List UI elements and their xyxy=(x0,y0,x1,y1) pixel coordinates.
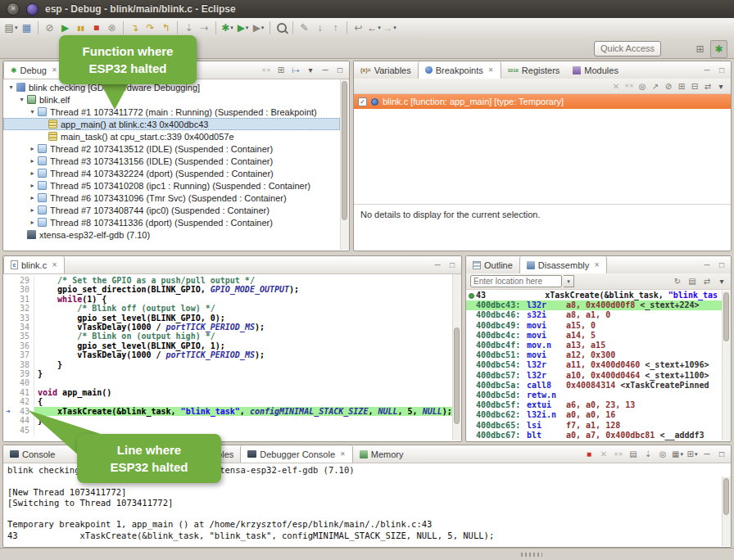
code-line[interactable]: ➔43 xTaskCreate(&blink_task, "blink_task… xyxy=(3,407,453,416)
debug-tree-item[interactable]: ▸Thread #4 1073432224 (dport) (Suspended… xyxy=(3,167,340,179)
maximize-icon[interactable]: □ xyxy=(715,64,728,76)
code-line[interactable]: 34 vTaskDelay(1000 / portTICK_PERIOD_MS)… xyxy=(3,323,453,332)
disasm-instruction-row[interactable]: 400dbc5a:call80x40084314 <xTaskCreatePin… xyxy=(466,381,723,391)
quick-access-button[interactable]: Quick Access xyxy=(594,41,661,56)
tab-blink-c[interactable]: c blink.c ✕ xyxy=(3,256,65,273)
link-with-debug-view-icon[interactable]: ⇄ xyxy=(701,80,714,93)
debug-tree-item[interactable]: ▸Thread #8 1073411336 (dport) (Suspended… xyxy=(3,216,340,228)
open-perspective-icon[interactable]: ⊞ xyxy=(692,41,708,57)
expander-icon[interactable]: ▾ xyxy=(17,96,26,103)
view-menu-icon[interactable]: ▾ xyxy=(304,64,317,76)
code-line[interactable]: 33 gpio_set_level(BLINK_GPIO, 0); xyxy=(3,314,453,323)
remove-breakpoint-icon[interactable]: ✕ xyxy=(609,80,623,93)
tab-debugger-console[interactable]: Debugger Console ✕ xyxy=(240,445,352,463)
tab-console[interactable]: Console xyxy=(3,445,61,463)
disasm-instruction-row[interactable]: 400dbc57:l32ra10, 0x400d0464 <_stext+110… xyxy=(466,371,723,381)
debug-tree-item[interactable]: ▾blink.elf xyxy=(3,93,340,106)
connect-process-icon[interactable]: ⊞ xyxy=(274,64,288,76)
code-line[interactable]: 45 xyxy=(3,426,453,435)
disasm-instruction-row[interactable]: 400dbc49:movia15, 0 xyxy=(466,321,723,331)
disasm-instruction-row[interactable]: 400dbc65:lsif7, a1, 128 xyxy=(466,421,723,431)
disasm-instruction-row[interactable]: 400dbc43:l32ra8, 0x400d00f8 <_stext+224> xyxy=(466,300,723,310)
disasm-instruction-row[interactable]: 400dbc62:l32i.na0, a0, 16 xyxy=(466,410,723,420)
close-icon[interactable]: ✕ xyxy=(488,66,494,74)
disasm-instruction-row[interactable]: 400dbc54:l32ra11, 0x400d0460 <_stext+109… xyxy=(466,360,723,370)
code-line[interactable]: 29 /* Set the GPIO as a push/pull output… xyxy=(3,276,453,285)
debug-tree-item[interactable]: main_task() at cpu_start.c:339 0x400d057… xyxy=(3,130,340,142)
new-wizard-icon[interactable]: ▤▾ xyxy=(3,20,19,36)
disasm-instruction-row[interactable]: 400dbc4f:mov.na13, a15 xyxy=(466,341,723,350)
debug-perspective-icon[interactable]: ✱ xyxy=(710,40,727,58)
code-line[interactable]: 38 } xyxy=(3,360,453,369)
disasm-source-row[interactable]: 43 xTaskCreate(&blink_task, "blink_tas xyxy=(466,291,723,300)
previous-annotation-icon[interactable]: ↑ xyxy=(328,20,343,36)
search-icon[interactable] xyxy=(274,20,289,36)
skip-all-breakpoints-icon[interactable]: ⊘ xyxy=(662,80,675,93)
terminate-icon[interactable]: ■ xyxy=(582,448,596,460)
debug-tree-item[interactable]: ▸Thread #7 1073408744 (ipc0) (Suspended … xyxy=(3,204,340,216)
remove-launch-icon[interactable]: ✕ xyxy=(597,448,610,460)
suspend-icon[interactable]: ▮▮ xyxy=(73,20,88,36)
run-icon[interactable]: ▶▾ xyxy=(235,20,251,36)
show-breakpoints-for-icon[interactable]: ◎ xyxy=(636,80,649,93)
close-icon[interactable]: ✕ xyxy=(52,66,57,74)
next-annotation-icon[interactable]: ↓ xyxy=(312,20,328,36)
code-line[interactable]: 42{ xyxy=(3,397,453,406)
debug-tree-item[interactable]: app_main() at blink.c:43 0x400dbc43 xyxy=(3,118,340,130)
maximize-icon[interactable]: □ xyxy=(715,448,728,460)
window-close-button[interactable]: ✕ xyxy=(7,2,20,16)
location-input[interactable] xyxy=(470,275,562,287)
minimize-icon[interactable]: ─ xyxy=(431,259,444,271)
code-line[interactable]: 31 while(1) { xyxy=(3,295,453,304)
external-tools-icon[interactable]: ▶▾ xyxy=(251,20,266,36)
expander-icon[interactable]: ▾ xyxy=(7,84,16,91)
tab-modules[interactable]: Modules xyxy=(566,61,625,79)
expander-icon[interactable]: ▸ xyxy=(28,145,37,152)
debug-tree-item[interactable]: ▸Thread #6 1073431096 (Tmr Svc) (Suspend… xyxy=(3,192,340,204)
expander-icon[interactable]: ▾ xyxy=(28,108,37,115)
code-line[interactable]: 30 gpio_set_direction(BLINK_GPIO, GPIO_M… xyxy=(3,285,453,294)
close-icon[interactable]: ✕ xyxy=(340,450,346,458)
code-line[interactable]: 44} xyxy=(3,416,453,425)
tab-outline[interactable]: Outline xyxy=(466,256,519,273)
tab-memory[interactable]: Memory xyxy=(353,445,410,463)
code-line[interactable]: 39} xyxy=(3,369,453,378)
forward-icon[interactable]: →▾ xyxy=(382,20,397,36)
step-over-icon[interactable]: ↷ xyxy=(143,20,158,36)
clear-console-icon[interactable]: ▤ xyxy=(627,448,640,460)
instruction-stepping-icon[interactable]: ⇢ xyxy=(197,20,212,36)
expander-icon[interactable]: ▸ xyxy=(28,219,37,226)
close-icon[interactable]: ✕ xyxy=(52,261,57,269)
disasm-instruction-row[interactable]: 400dbc5f:extuia6, a0, 23, 13 xyxy=(466,400,723,410)
instruction-stepping-mode-icon[interactable]: i⇢ xyxy=(289,64,302,76)
scroll-lock-icon[interactable]: ⇣ xyxy=(641,448,655,460)
drop-to-frame-icon[interactable]: ⇣ xyxy=(181,20,197,36)
tab-registers[interactable]: 1010 Registers xyxy=(501,61,567,79)
disasm-instruction-row[interactable]: 400dbc46:s32ia8, a1, 0 xyxy=(466,310,723,320)
pin-console-icon[interactable]: ◎ xyxy=(656,448,669,460)
console-scrollbar[interactable] xyxy=(722,476,731,546)
terminate-icon[interactable]: ■ xyxy=(88,20,104,36)
expander-icon[interactable]: ▸ xyxy=(28,206,37,214)
scrollbar-thumb[interactable] xyxy=(342,81,347,220)
maximize-icon[interactable]: □ xyxy=(333,64,347,76)
scrollbar-thumb[interactable] xyxy=(723,478,729,515)
debug-scrollbar[interactable] xyxy=(340,79,349,250)
code-line[interactable]: 32 /* Blink off (output low) */ xyxy=(3,304,453,313)
disasm-instruction-row[interactable]: 400dbc51:movia12, 0x300 xyxy=(466,350,723,360)
code-line[interactable]: 40 xyxy=(3,378,453,387)
debug-tree-item[interactable]: xtensa-esp32-elf-gdb (7.10) xyxy=(3,228,340,241)
disasm-instruction-row[interactable]: 400dbc67:blta0, a7, 0x400dbc81 <__adddf3 xyxy=(466,431,723,440)
minimize-icon[interactable]: ─ xyxy=(700,259,714,271)
debug-tree-item[interactable]: ▸Thread #5 1073410208 (ipc1 : Running) (… xyxy=(3,179,340,192)
sash-grip[interactable] xyxy=(521,553,542,557)
go-to-file-icon[interactable]: ↗ xyxy=(649,80,662,93)
scrollbar-thumb[interactable] xyxy=(723,292,729,341)
remove-all-breakpoints-icon[interactable]: ✕✕ xyxy=(623,80,636,93)
step-into-icon[interactable]: ↴ xyxy=(127,20,143,36)
save-icon[interactable]: ▦ xyxy=(19,20,34,36)
mark-occurrences-icon[interactable]: ✎ xyxy=(297,20,312,36)
tab-debug[interactable]: ✱ Debug ✕ xyxy=(3,61,65,79)
expand-all-icon[interactable]: ⊞ xyxy=(675,80,688,93)
breakpoint-row[interactable]: ✓ blink.c [function: app_main] [type: Te… xyxy=(354,94,731,109)
